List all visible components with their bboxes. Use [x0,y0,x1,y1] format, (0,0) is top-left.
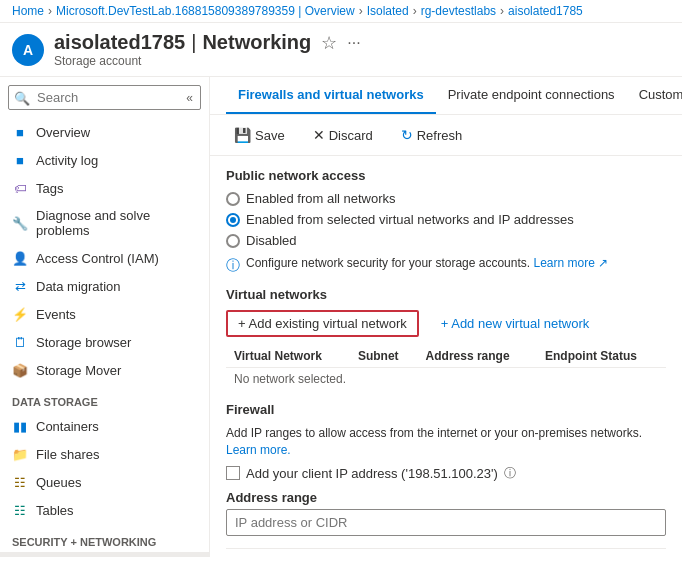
radio-disabled-input[interactable] [226,234,240,248]
breadcrumb-resource[interactable]: aisolated1785 [508,4,583,18]
more-icon[interactable]: ··· [347,34,360,52]
firewall-description: Add IP ranges to allow access from the i… [226,425,666,459]
col-subnet: Subnet [350,345,418,368]
page-title: Networking [202,31,311,54]
sidebar-item-activity-log[interactable]: ■ Activity log [0,146,209,174]
radio-all-networks[interactable]: Enabled from all networks [226,191,666,206]
info-tooltip-icon: ⓘ [504,465,516,482]
sidebar-item-diagnose[interactable]: 🔧 Diagnose and solve problems [0,202,209,244]
activity-icon: ■ [12,152,28,168]
sidebar-item-file-shares[interactable]: 📁 File shares [0,440,209,468]
diagnose-icon: 🔧 [12,215,28,231]
security-section-title: Security + networking [0,524,209,552]
collapse-icon[interactable]: « [186,91,193,105]
search-input[interactable] [8,85,201,110]
tab-bar: Firewalls and virtual networks Private e… [210,77,682,115]
tab-custom-domain[interactable]: Custom domain [627,77,682,114]
sidebar-item-migration[interactable]: ⇄ Data migration [0,272,209,300]
learn-more-link[interactable]: Learn more ↗ [533,256,608,270]
browser-icon: 🗒 [12,334,28,350]
migration-icon: ⇄ [12,278,28,294]
resource-instances-section: Resource instances Specify resource inst… [226,548,666,557]
public-network-options: Enabled from all networks Enabled from s… [226,191,666,248]
add-client-ip-label: Add your client IP address ('198.51.100.… [246,466,498,481]
address-range-label: Address range [226,490,666,505]
page-header: A aisolated1785 | Networking ☆ ··· Stora… [0,23,682,77]
firewall-title: Firewall [226,402,666,417]
avatar: A [12,34,44,66]
add-existing-vnet-button[interactable]: + Add existing virtual network [226,310,419,337]
sidebar-item-storage-mover[interactable]: 📦 Storage Mover [0,356,209,384]
col-endpoint-status: Endpoint Status [537,345,666,368]
resource-name: aisolated1785 [54,31,185,54]
virtual-networks-section: Virtual networks + Add existing virtual … [226,287,666,390]
breadcrumb-home[interactable]: Home [12,4,44,18]
resource-subtitle: Storage account [54,54,361,68]
star-icon[interactable]: ☆ [321,32,337,54]
radio-selected-networks[interactable]: Enabled from selected virtual networks a… [226,212,666,227]
toolbar: 💾 Save ✕ Discard ↻ Refresh [210,115,682,156]
radio-selected-networks-input[interactable] [226,213,240,227]
containers-icon: ▮▮ [12,418,28,434]
data-storage-section-title: Data storage [0,384,209,412]
sidebar-item-events[interactable]: ⚡ Events [0,300,209,328]
refresh-button[interactable]: ↻ Refresh [393,123,471,147]
sidebar-item-containers[interactable]: ▮▮ Containers [0,412,209,440]
add-client-ip-row: Add your client IP address ('198.51.100.… [226,465,666,482]
vnet-table: Virtual Network Subnet Address range End… [226,345,666,390]
tab-firewalls[interactable]: Firewalls and virtual networks [226,77,436,114]
info-box: ⓘ Configure network security for your st… [226,256,666,275]
breadcrumb: Home › Microsoft.DevTestLab.168815809389… [0,0,682,23]
sidebar-item-tables[interactable]: ☷ Tables [0,496,209,524]
add-new-vnet-button[interactable]: + Add new virtual network [431,312,600,335]
queues-icon: ☷ [12,474,28,490]
sidebar: 🔍 « ■ Overview ■ Activity log 🏷 Tags 🔧 D… [0,77,210,557]
sidebar-item-tags[interactable]: 🏷 Tags [0,174,209,202]
firewall-section: Firewall Add IP ranges to allow access f… [226,402,666,536]
discard-button[interactable]: ✕ Discard [305,123,381,147]
main-content: Firewalls and virtual networks Private e… [210,77,682,557]
sidebar-item-iam[interactable]: 👤 Access Control (IAM) [0,244,209,272]
breadcrumb-lab[interactable]: Microsoft.DevTestLab.168815809389789359 … [56,4,355,18]
col-address-range: Address range [418,345,537,368]
content-area: Public network access Enabled from all n… [210,156,682,557]
tags-icon: 🏷 [12,180,28,196]
sidebar-item-networking[interactable]: 🌐 Networking [0,552,209,557]
no-network-row: No network selected. [226,368,666,391]
mover-icon: 📦 [12,362,28,378]
sidebar-item-queues[interactable]: ☷ Queues [0,468,209,496]
sidebar-item-overview[interactable]: ■ Overview [0,118,209,146]
vnet-actions: + Add existing virtual network + Add new… [226,310,666,337]
search-box: 🔍 « [8,85,201,110]
overview-icon: ■ [12,124,28,140]
tables-icon: ☷ [12,502,28,518]
radio-all-networks-input[interactable] [226,192,240,206]
radio-disabled[interactable]: Disabled [226,233,666,248]
divider [226,548,666,549]
fileshares-icon: 📁 [12,446,28,462]
tab-private-endpoints[interactable]: Private endpoint connections [436,77,627,114]
events-icon: ⚡ [12,306,28,322]
virtual-networks-title: Virtual networks [226,287,666,302]
save-button[interactable]: 💾 Save [226,123,293,147]
info-icon: ⓘ [226,257,240,275]
iam-icon: 👤 [12,250,28,266]
ip-input[interactable] [226,509,666,536]
breadcrumb-isolated[interactable]: Isolated [367,4,409,18]
discard-icon: ✕ [313,127,325,143]
add-client-ip-checkbox[interactable] [226,466,240,480]
public-network-title: Public network access [226,168,666,183]
col-virtual-network: Virtual Network [226,345,350,368]
sidebar-item-storage-browser[interactable]: 🗒 Storage browser [0,328,209,356]
breadcrumb-rg[interactable]: rg-devtestlabs [421,4,496,18]
search-icon: 🔍 [14,90,30,105]
save-icon: 💾 [234,127,251,143]
firewall-learn-more-link[interactable]: Learn more. [226,443,291,457]
refresh-icon: ↻ [401,127,413,143]
